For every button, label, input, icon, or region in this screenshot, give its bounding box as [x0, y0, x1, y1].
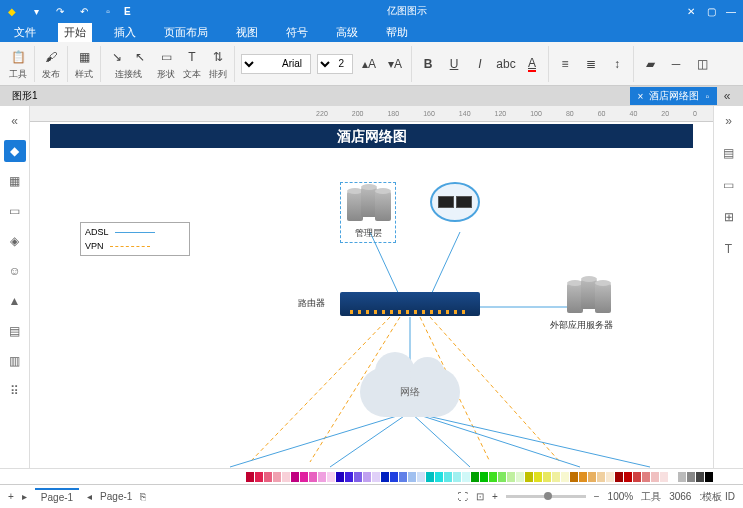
- color-swatch[interactable]: [534, 472, 542, 482]
- qat-redo-icon[interactable]: ↷: [52, 4, 68, 18]
- color-swatch[interactable]: [525, 472, 533, 482]
- color-swatch[interactable]: [498, 472, 506, 482]
- color-swatch[interactable]: [345, 472, 353, 482]
- color-swatch[interactable]: [507, 472, 515, 482]
- brush-icon[interactable]: 🖌: [41, 47, 61, 67]
- arrange-icon[interactable]: ⇅: [208, 47, 228, 67]
- color-swatch[interactable]: [291, 472, 299, 482]
- page-nav-icon[interactable]: ⎘: [140, 491, 146, 502]
- theme-panel-icon[interactable]: ▤: [718, 142, 740, 164]
- color-swatch[interactable]: [363, 472, 371, 482]
- legend[interactable]: ADSL VPN: [80, 222, 190, 256]
- color-swatch[interactable]: [588, 472, 596, 482]
- menu-view[interactable]: 视图: [230, 23, 264, 42]
- color-swatch[interactable]: [552, 472, 560, 482]
- bold-icon[interactable]: B: [418, 54, 438, 74]
- zoom-slider[interactable]: [506, 495, 586, 498]
- font-name-select[interactable]: Arial: [241, 54, 311, 74]
- chart-panel-icon[interactable]: ▲: [4, 290, 26, 312]
- line-icon[interactable]: ─: [666, 54, 686, 74]
- menu-symbols[interactable]: 符号: [280, 23, 314, 42]
- color-swatch[interactable]: [336, 472, 344, 482]
- color-swatch[interactable]: [408, 472, 416, 482]
- color-swatch[interactable]: [426, 472, 434, 482]
- tabs-expand-icon[interactable]: »: [717, 86, 737, 106]
- shadow-icon[interactable]: ◫: [692, 54, 712, 74]
- color-swatch[interactable]: [255, 472, 263, 482]
- color-swatch[interactable]: [354, 472, 362, 482]
- color-swatch[interactable]: [318, 472, 326, 482]
- color-swatch[interactable]: [444, 472, 452, 482]
- fit-page-icon[interactable]: ⊡: [476, 491, 484, 502]
- color-swatch[interactable]: [399, 472, 407, 482]
- page-add-icon[interactable]: +: [8, 491, 14, 502]
- color-swatch[interactable]: [381, 472, 389, 482]
- font-size-select[interactable]: 12: [317, 54, 353, 74]
- color-swatch[interactable]: [669, 472, 677, 482]
- align-icon[interactable]: ≡: [555, 54, 575, 74]
- color-swatch[interactable]: [642, 472, 650, 482]
- minimize-icon[interactable]: —: [723, 4, 739, 18]
- color-swatch[interactable]: [570, 472, 578, 482]
- connector-icon[interactable]: ↘: [107, 47, 127, 67]
- color-swatch[interactable]: [615, 472, 623, 482]
- zoom-out-icon[interactable]: −: [594, 491, 600, 502]
- color-swatch[interactable]: [372, 472, 380, 482]
- style-icon[interactable]: ▦: [74, 47, 94, 67]
- color-swatch[interactable]: [417, 472, 425, 482]
- color-swatch[interactable]: [480, 472, 488, 482]
- italic-icon[interactable]: I: [470, 54, 490, 74]
- spacing-icon[interactable]: ↕: [607, 54, 627, 74]
- color-swatch[interactable]: [543, 472, 551, 482]
- rsidebar-collapse-icon[interactable]: «: [718, 110, 740, 132]
- more-panel-icon[interactable]: ⠿: [4, 380, 26, 402]
- fullscreen-icon[interactable]: ⛶: [458, 491, 468, 502]
- list-icon[interactable]: ≣: [581, 54, 601, 74]
- color-swatch[interactable]: [561, 472, 569, 482]
- color-swatch[interactable]: [678, 472, 686, 482]
- shapes-panel-icon[interactable]: ◆: [4, 140, 26, 162]
- color-swatch[interactable]: [651, 472, 659, 482]
- font-grow-icon[interactable]: A▴: [359, 54, 379, 74]
- color-swatch[interactable]: [597, 472, 605, 482]
- menu-file[interactable]: 文件: [8, 23, 42, 42]
- color-swatch[interactable]: [282, 472, 290, 482]
- panel-toggle[interactable]: 图形1: [6, 89, 44, 103]
- page-tab[interactable]: Page-1: [35, 488, 79, 505]
- menu-start[interactable]: 开始: [58, 23, 92, 42]
- color-swatch[interactable]: [453, 472, 461, 482]
- color-swatch[interactable]: [606, 472, 614, 482]
- node-router[interactable]: [340, 292, 480, 316]
- doc-tab[interactable]: ▫ 酒店网络图 ×: [630, 87, 717, 105]
- color-swatch[interactable]: [516, 472, 524, 482]
- color-swatch[interactable]: [489, 472, 497, 482]
- qat-undo-icon[interactable]: ↶: [76, 4, 92, 18]
- color-swatch[interactable]: [246, 472, 254, 482]
- layers-panel-icon[interactable]: ◈: [4, 230, 26, 252]
- menu-help[interactable]: 帮助: [380, 23, 414, 42]
- fill-icon[interactable]: ▰: [640, 54, 660, 74]
- color-swatch[interactable]: [390, 472, 398, 482]
- page-prev-icon[interactable]: ◂: [87, 491, 92, 502]
- node-management[interactable]: 管理层: [340, 182, 396, 243]
- underline-icon[interactable]: U: [444, 54, 464, 74]
- sidebar-collapse-icon[interactable]: »: [4, 110, 26, 132]
- menu-insert[interactable]: 插入: [108, 23, 142, 42]
- close-icon[interactable]: ✕: [683, 4, 699, 18]
- node-clients[interactable]: [430, 182, 480, 222]
- strike-icon[interactable]: abc: [496, 54, 516, 74]
- clipart-panel-icon[interactable]: ☺: [4, 260, 26, 282]
- page-next-icon[interactable]: ▸: [22, 491, 27, 502]
- text-panel-icon[interactable]: T: [718, 238, 740, 260]
- color-swatch[interactable]: [624, 472, 632, 482]
- canvas[interactable]: 酒店网络图 ADSL: [30, 122, 713, 468]
- color-swatch[interactable]: [696, 472, 704, 482]
- text-icon[interactable]: T: [182, 47, 202, 67]
- qat-save-icon[interactable]: ▫: [100, 4, 116, 18]
- node-cloud[interactable]: 网络: [360, 367, 460, 417]
- color-swatch[interactable]: [633, 472, 641, 482]
- image-panel-icon[interactable]: ▭: [4, 200, 26, 222]
- maximize-icon[interactable]: ▢: [703, 4, 719, 18]
- color-swatch[interactable]: [462, 472, 470, 482]
- qat-more-icon[interactable]: ▾: [28, 4, 44, 18]
